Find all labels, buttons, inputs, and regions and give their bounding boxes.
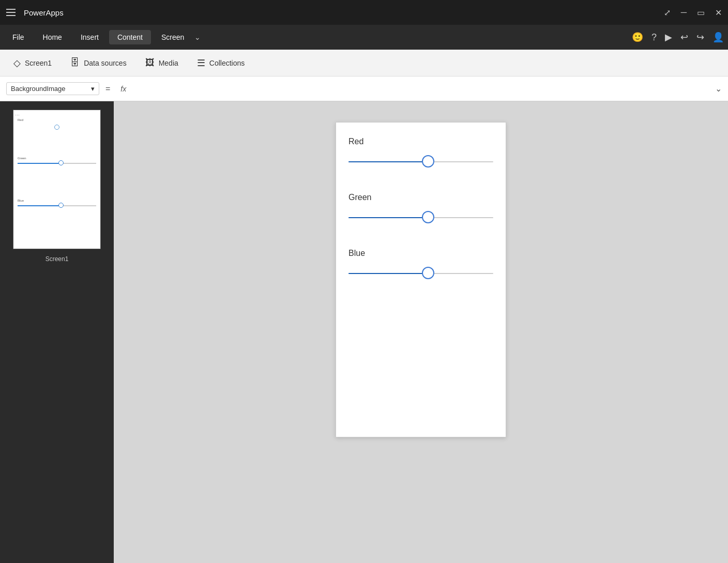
blue-slider-section: Blue (348, 249, 493, 280)
more-menus-chevron[interactable]: ⌄ (194, 33, 201, 41)
formula-input[interactable] (134, 81, 711, 97)
maximize-icon[interactable]: ⤢ (664, 8, 671, 18)
title-bar-controls: ⤢ ─ ▭ ✕ (664, 8, 722, 18)
screen1-label: Screen1 (25, 59, 52, 67)
green-slider-track (348, 217, 493, 218)
blue-slider-container[interactable] (348, 267, 493, 280)
thumb-green-slider (18, 163, 96, 164)
thumbnail-dots[interactable]: ··· (15, 112, 20, 118)
menu-bar-right: 🙂 ? ▶ ↩ ↪ 👤 (632, 32, 724, 43)
formula-expand-icon[interactable]: ⌄ (715, 84, 722, 94)
menu-insert[interactable]: Insert (72, 30, 107, 44)
app-name: PowerApps (24, 8, 664, 17)
play-icon[interactable]: ▶ (665, 32, 672, 43)
restore-icon[interactable]: ▭ (697, 8, 705, 18)
emoji-icon[interactable]: 🙂 (632, 32, 643, 43)
formula-bar: BackgroundImage ▾ = fx ⌄ (0, 77, 728, 101)
thumb-green-label: Green (18, 157, 26, 160)
green-slider-thumb[interactable] (422, 211, 434, 223)
redo-icon[interactable]: ↪ (696, 32, 704, 43)
media-label: Media (159, 59, 178, 67)
main-area: ··· Red Green Blue (0, 101, 728, 563)
thumb-red-circle (54, 125, 59, 130)
red-slider-thumb[interactable] (422, 155, 434, 168)
menu-bar: File Home Insert Content Screen ⌄ 🙂 ? ▶ … (0, 25, 728, 50)
red-slider-label: Red (348, 137, 493, 146)
database-icon: 🗄 (70, 57, 80, 68)
undo-icon[interactable]: ↩ (680, 32, 688, 43)
red-slider-container[interactable] (348, 156, 493, 168)
menu-home[interactable]: Home (35, 30, 70, 44)
close-icon[interactable]: ✕ (715, 8, 722, 18)
green-slider-section: Green (348, 193, 493, 224)
property-label: BackgroundImage (11, 85, 66, 93)
dropdown-arrow: ▾ (91, 85, 95, 93)
fx-label: fx (116, 85, 130, 93)
left-panel: ··· Red Green Blue (0, 101, 114, 563)
green-slider-label: Green (348, 193, 493, 202)
blue-slider-fill (348, 273, 428, 274)
canvas-area: Red Green (114, 101, 728, 563)
menu-screen[interactable]: Screen (153, 30, 192, 44)
thumb-blue-label: Blue (18, 199, 24, 202)
screen-icon: ◇ (13, 57, 21, 69)
blue-slider-track (348, 273, 493, 274)
toolbar-data-sources[interactable]: 🗄 Data sources (65, 54, 131, 71)
toolbar-screen1[interactable]: ◇ Screen1 (8, 54, 57, 72)
green-slider-fill (348, 217, 428, 218)
hamburger-menu-icon[interactable] (6, 9, 16, 16)
title-bar: PowerApps ⤢ ─ ▭ ✕ (0, 0, 728, 25)
red-slider-track (348, 161, 493, 162)
menu-content[interactable]: Content (109, 30, 151, 44)
collections-label: Collections (209, 59, 245, 67)
toolbar-collections[interactable]: ☰ Collections (192, 54, 250, 72)
collections-icon: ☰ (197, 57, 205, 69)
toolbar: ◇ Screen1 🗄 Data sources 🖼 Media ☰ Colle… (0, 50, 728, 77)
account-icon[interactable]: 👤 (712, 32, 724, 43)
blue-slider-label: Blue (348, 249, 493, 258)
toolbar-media[interactable]: 🖼 Media (140, 54, 184, 71)
equals-sign: = (103, 84, 112, 94)
screen1-sidebar-label: Screen1 (46, 255, 69, 263)
help-icon[interactable]: ? (651, 32, 657, 43)
menu-file[interactable]: File (4, 30, 33, 44)
property-dropdown[interactable]: BackgroundImage ▾ (6, 82, 99, 95)
media-icon: 🖼 (145, 57, 155, 68)
screen-thumbnail-wrapper: ··· Red Green Blue (13, 110, 101, 249)
thumb-red-label: Red (18, 118, 23, 121)
blue-slider-thumb[interactable] (422, 267, 434, 279)
data-sources-label: Data sources (84, 59, 126, 67)
minimize-icon[interactable]: ─ (681, 8, 687, 17)
red-slider-section: Red (348, 137, 493, 168)
thumb-blue-slider (18, 205, 96, 206)
screen-thumbnail[interactable]: Red Green Blue (13, 110, 101, 249)
green-slider-container[interactable] (348, 211, 493, 224)
red-slider-fill (348, 161, 428, 162)
preview-card: Red Green (336, 122, 506, 437)
